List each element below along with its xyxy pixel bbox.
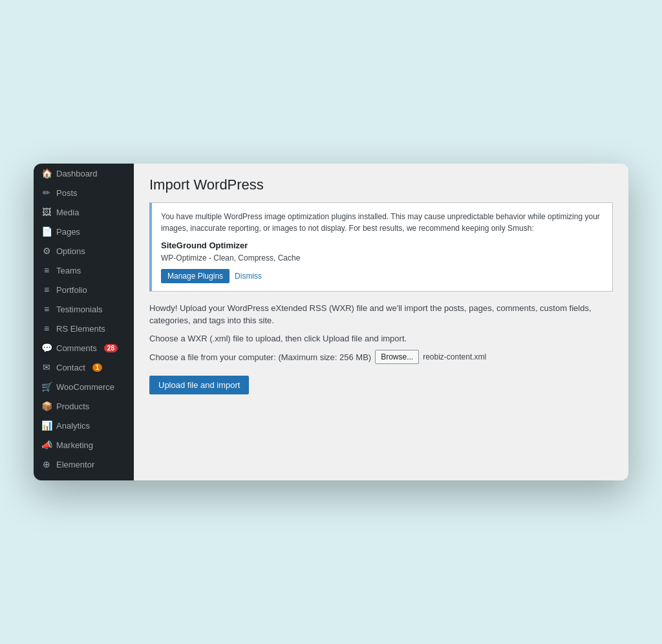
file-row: Choose a file from your computer: (Maxim… xyxy=(149,350,613,364)
woocommerce-icon: 🛒 xyxy=(41,381,52,392)
media-icon: 🖼 xyxy=(41,207,52,217)
choose-text: Choose a WXR (.xml) file to upload, then… xyxy=(149,332,613,345)
sidebar-item-options[interactable]: ⚙ Options xyxy=(34,241,134,261)
sidebar-item-teams[interactable]: ≡ Teams xyxy=(34,261,134,280)
sidebar-item-woocommerce[interactable]: 🛒 WooCommerce xyxy=(34,377,134,396)
file-label: Choose a file from your computer: (Maxim… xyxy=(149,352,371,362)
sidebar-label-comments: Comments xyxy=(56,343,97,353)
sidebar-item-posts[interactable]: ✏ Posts xyxy=(34,183,134,202)
testimonials-icon: ≡ xyxy=(41,304,52,314)
sidebar-label-rs-elements: RS Elements xyxy=(56,324,105,334)
sidebar-item-testimonials[interactable]: ≡ Testimonials xyxy=(34,299,134,319)
notice-text: You have multiple WordPress image optimi… xyxy=(161,211,603,234)
sidebar-label-marketing: Marketing xyxy=(56,440,93,450)
elementor-icon: ⊕ xyxy=(41,459,52,469)
notice-plugin-name: SiteGround Optimizer xyxy=(161,239,603,252)
options-icon: ⚙ xyxy=(41,246,52,256)
portfolio-icon: ≡ xyxy=(41,284,52,295)
sidebar-label-templates: Templates xyxy=(56,479,94,481)
sidebar-item-rs-elements[interactable]: ≡ RS Elements xyxy=(34,319,134,338)
teams-icon: ≡ xyxy=(41,265,52,275)
manage-plugins-button[interactable]: Manage Plugins xyxy=(161,269,230,283)
sidebar-label-pages: Pages xyxy=(56,227,80,237)
sidebar-label-dashboard: Dashboard xyxy=(56,169,98,178)
howdy-text: Howdy! Upload your WordPress eXtended RS… xyxy=(149,302,613,327)
dismiss-link[interactable]: Dismiss xyxy=(235,270,262,282)
sidebar: 🏠 Dashboard ✏ Posts 🖼 Media 📄 Pages ⚙ Op… xyxy=(34,164,134,480)
sidebar-item-media[interactable]: 🖼 Media xyxy=(34,202,134,222)
sidebar-label-portfolio: Portfolio xyxy=(56,285,87,295)
sidebar-item-pages[interactable]: 📄 Pages xyxy=(34,222,134,241)
rs-elements-icon: ≡ xyxy=(41,323,52,334)
products-icon: 📦 xyxy=(41,401,52,411)
pages-icon: 📄 xyxy=(41,226,52,237)
contact-badge: 1 xyxy=(92,363,103,372)
notice-box: You have multiple WordPress image optimi… xyxy=(149,202,613,292)
sidebar-label-testimonials: Testimonials xyxy=(56,305,103,314)
sidebar-item-portfolio[interactable]: ≡ Portfolio xyxy=(34,280,134,299)
sidebar-label-media: Media xyxy=(56,208,79,217)
upload-button[interactable]: Upload file and import xyxy=(149,376,249,394)
sidebar-item-contact[interactable]: ✉ Contact 1 xyxy=(34,358,134,377)
sidebar-item-analytics[interactable]: 📊 Analytics xyxy=(34,416,134,435)
sidebar-label-teams: Teams xyxy=(56,266,81,275)
main-content: Import WordPress You have multiple WordP… xyxy=(134,164,628,480)
sidebar-item-comments[interactable]: 💬 Comments 28 xyxy=(34,338,134,358)
sidebar-label-products: Products xyxy=(56,402,89,411)
sidebar-item-elementor[interactable]: ⊕ Elementor xyxy=(34,455,134,474)
analytics-icon: 📊 xyxy=(41,420,52,431)
sidebar-label-woocommerce: WooCommerce xyxy=(56,382,114,392)
posts-icon: ✏ xyxy=(41,188,52,198)
comments-badge: 28 xyxy=(104,344,118,352)
page-title: Import WordPress xyxy=(149,177,613,193)
sidebar-item-products[interactable]: 📦 Products xyxy=(34,396,134,416)
sidebar-label-elementor: Elementor xyxy=(56,460,94,469)
sidebar-label-options: Options xyxy=(56,246,85,256)
marketing-icon: 📣 xyxy=(41,440,52,450)
sidebar-label-posts: Posts xyxy=(56,188,78,198)
notice-plugin-sub: WP-Optimize - Clean, Compress, Cache xyxy=(161,252,603,264)
comments-icon: 💬 xyxy=(41,343,52,353)
sidebar-item-marketing[interactable]: 📣 Marketing xyxy=(34,435,134,455)
browser-window: 🏠 Dashboard ✏ Posts 🖼 Media 📄 Pages ⚙ Op… xyxy=(34,164,628,480)
sidebar-item-dashboard[interactable]: 🏠 Dashboard xyxy=(34,164,134,183)
sidebar-label-contact: Contact xyxy=(56,363,85,372)
filename: reobiz-content.xml xyxy=(423,352,486,361)
templates-icon: ≡ xyxy=(41,478,52,480)
sidebar-label-analytics: Analytics xyxy=(56,421,90,431)
notice-buttons: Manage Plugins Dismiss xyxy=(161,269,603,283)
sidebar-item-templates[interactable]: ≡ Templates xyxy=(34,474,134,480)
dashboard-icon: 🏠 xyxy=(41,168,52,178)
browse-button[interactable]: Browse... xyxy=(375,350,419,364)
contact-icon: ✉ xyxy=(41,362,52,372)
